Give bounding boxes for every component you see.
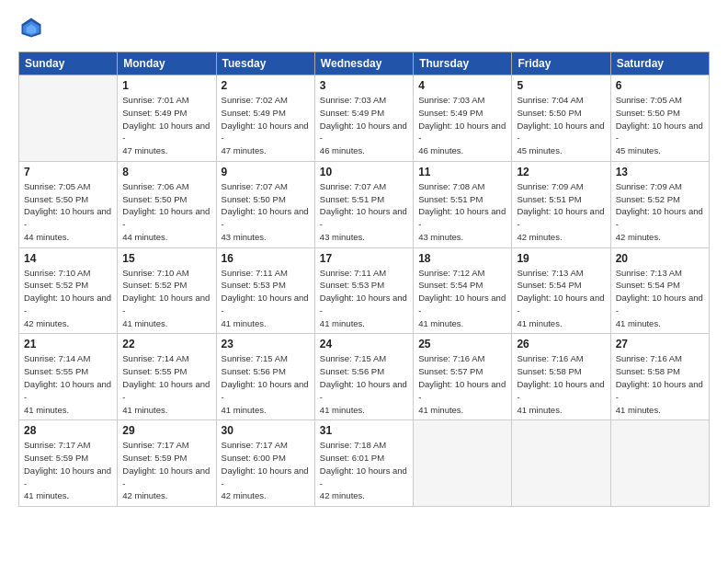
calendar-cell: 14Sunrise: 7:10 AMSunset: 5:52 PMDayligh… bbox=[19, 247, 118, 334]
day-number: 30 bbox=[222, 424, 310, 437]
day-info: Sunrise: 7:09 AMSunset: 5:52 PMDaylight:… bbox=[616, 180, 704, 244]
day-info: Sunrise: 7:16 AMSunset: 5:58 PMDaylight:… bbox=[616, 352, 704, 416]
day-info: Sunrise: 7:10 AMSunset: 5:52 PMDaylight:… bbox=[122, 267, 210, 330]
week-row-1: 1Sunrise: 7:01 AMSunset: 5:49 PMDaylight… bbox=[19, 75, 710, 162]
day-number: 19 bbox=[517, 252, 605, 265]
day-number: 22 bbox=[122, 338, 210, 350]
day-number: 23 bbox=[222, 338, 310, 350]
calendar-cell: 4Sunrise: 7:03 AMSunset: 5:49 PMDaylight… bbox=[414, 75, 512, 162]
day-info: Sunrise: 7:16 AMSunset: 5:57 PMDaylight:… bbox=[418, 352, 506, 416]
day-info: Sunrise: 7:11 AMSunset: 5:53 PMDaylight:… bbox=[222, 267, 310, 330]
day-info: Sunrise: 7:13 AMSunset: 5:54 PMDaylight:… bbox=[517, 267, 605, 330]
calendar-cell: 25Sunrise: 7:16 AMSunset: 5:57 PMDayligh… bbox=[414, 334, 512, 420]
day-info: Sunrise: 7:06 AMSunset: 5:50 PMDaylight:… bbox=[122, 180, 210, 244]
day-number: 27 bbox=[616, 338, 704, 350]
day-number: 21 bbox=[24, 338, 112, 350]
day-number: 12 bbox=[517, 166, 605, 178]
calendar-cell bbox=[610, 420, 709, 507]
weekday-header-saturday: Saturday bbox=[610, 52, 709, 75]
calendar-cell: 5Sunrise: 7:04 AMSunset: 5:50 PMDaylight… bbox=[512, 75, 610, 162]
day-number: 2 bbox=[222, 79, 310, 92]
day-info: Sunrise: 7:16 AMSunset: 5:58 PMDaylight:… bbox=[517, 352, 605, 416]
calendar-cell: 19Sunrise: 7:13 AMSunset: 5:54 PMDayligh… bbox=[512, 247, 610, 334]
calendar-cell bbox=[512, 420, 610, 507]
day-number: 31 bbox=[320, 424, 408, 437]
calendar-cell: 18Sunrise: 7:12 AMSunset: 5:54 PMDayligh… bbox=[414, 247, 512, 334]
day-info: Sunrise: 7:17 AMSunset: 6:00 PMDaylight:… bbox=[222, 439, 310, 502]
day-info: Sunrise: 7:10 AMSunset: 5:52 PMDaylight:… bbox=[24, 267, 112, 330]
calendar-cell: 17Sunrise: 7:11 AMSunset: 5:53 PMDayligh… bbox=[314, 247, 413, 334]
calendar-cell: 8Sunrise: 7:06 AMSunset: 5:50 PMDaylight… bbox=[118, 161, 216, 247]
day-number: 10 bbox=[320, 166, 408, 178]
calendar-cell: 15Sunrise: 7:10 AMSunset: 5:52 PMDayligh… bbox=[118, 247, 216, 334]
day-info: Sunrise: 7:13 AMSunset: 5:54 PMDaylight:… bbox=[616, 267, 704, 330]
weekday-header-monday: Monday bbox=[118, 52, 216, 75]
calendar-cell: 20Sunrise: 7:13 AMSunset: 5:54 PMDayligh… bbox=[610, 247, 709, 334]
calendar-cell: 27Sunrise: 7:16 AMSunset: 5:58 PMDayligh… bbox=[610, 334, 709, 420]
week-row-4: 21Sunrise: 7:14 AMSunset: 5:55 PMDayligh… bbox=[19, 334, 710, 420]
day-info: Sunrise: 7:08 AMSunset: 5:51 PMDaylight:… bbox=[418, 180, 506, 244]
day-number: 29 bbox=[122, 424, 210, 437]
day-info: Sunrise: 7:07 AMSunset: 5:51 PMDaylight:… bbox=[320, 180, 408, 244]
day-info: Sunrise: 7:15 AMSunset: 5:56 PMDaylight:… bbox=[222, 352, 310, 416]
day-number: 24 bbox=[320, 338, 408, 350]
day-info: Sunrise: 7:11 AMSunset: 5:53 PMDaylight:… bbox=[320, 267, 408, 330]
calendar-cell: 11Sunrise: 7:08 AMSunset: 5:51 PMDayligh… bbox=[414, 161, 512, 247]
day-info: Sunrise: 7:18 AMSunset: 6:01 PMDaylight:… bbox=[320, 439, 408, 502]
day-info: Sunrise: 7:07 AMSunset: 5:50 PMDaylight:… bbox=[222, 180, 310, 244]
weekday-header-thursday: Thursday bbox=[414, 52, 512, 75]
weekday-header-sunday: Sunday bbox=[19, 52, 118, 75]
weekday-header-friday: Friday bbox=[512, 52, 610, 75]
calendar-cell: 30Sunrise: 7:17 AMSunset: 6:00 PMDayligh… bbox=[216, 420, 314, 507]
day-info: Sunrise: 7:03 AMSunset: 5:49 PMDaylight:… bbox=[418, 94, 506, 157]
day-info: Sunrise: 7:12 AMSunset: 5:54 PMDaylight:… bbox=[418, 267, 506, 330]
calendar-cell: 23Sunrise: 7:15 AMSunset: 5:56 PMDayligh… bbox=[216, 334, 314, 420]
day-number: 5 bbox=[517, 79, 605, 92]
day-number: 26 bbox=[517, 338, 605, 350]
day-number: 7 bbox=[24, 166, 112, 178]
day-number: 6 bbox=[616, 79, 704, 92]
day-info: Sunrise: 7:14 AMSunset: 5:55 PMDaylight:… bbox=[122, 352, 210, 416]
day-number: 18 bbox=[418, 252, 506, 265]
calendar-cell: 10Sunrise: 7:07 AMSunset: 5:51 PMDayligh… bbox=[314, 161, 413, 247]
day-number: 8 bbox=[122, 166, 210, 178]
day-number: 9 bbox=[222, 166, 310, 178]
weekday-header-tuesday: Tuesday bbox=[216, 52, 314, 75]
day-info: Sunrise: 7:01 AMSunset: 5:49 PMDaylight:… bbox=[122, 94, 210, 157]
header bbox=[18, 15, 710, 40]
day-info: Sunrise: 7:15 AMSunset: 5:56 PMDaylight:… bbox=[320, 352, 408, 416]
calendar-cell: 31Sunrise: 7:18 AMSunset: 6:01 PMDayligh… bbox=[314, 420, 413, 507]
calendar-cell: 21Sunrise: 7:14 AMSunset: 5:55 PMDayligh… bbox=[19, 334, 118, 420]
day-number: 4 bbox=[418, 79, 506, 92]
weekday-header-wednesday: Wednesday bbox=[314, 52, 413, 75]
day-info: Sunrise: 7:17 AMSunset: 5:59 PMDaylight:… bbox=[122, 439, 210, 502]
day-info: Sunrise: 7:05 AMSunset: 5:50 PMDaylight:… bbox=[616, 94, 704, 157]
day-number: 17 bbox=[320, 252, 408, 265]
calendar-cell: 1Sunrise: 7:01 AMSunset: 5:49 PMDaylight… bbox=[118, 75, 216, 162]
calendar-cell: 28Sunrise: 7:17 AMSunset: 5:59 PMDayligh… bbox=[19, 420, 118, 507]
week-row-2: 7Sunrise: 7:05 AMSunset: 5:50 PMDaylight… bbox=[19, 161, 710, 247]
day-number: 16 bbox=[222, 252, 310, 265]
day-number: 11 bbox=[418, 166, 506, 178]
calendar-cell: 3Sunrise: 7:03 AMSunset: 5:49 PMDaylight… bbox=[314, 75, 413, 162]
day-info: Sunrise: 7:04 AMSunset: 5:50 PMDaylight:… bbox=[517, 94, 605, 157]
day-info: Sunrise: 7:02 AMSunset: 5:49 PMDaylight:… bbox=[222, 94, 310, 157]
day-info: Sunrise: 7:09 AMSunset: 5:51 PMDaylight:… bbox=[517, 180, 605, 244]
day-number: 20 bbox=[616, 252, 704, 265]
weekday-header-row: SundayMondayTuesdayWednesdayThursdayFrid… bbox=[19, 52, 710, 75]
day-info: Sunrise: 7:05 AMSunset: 5:50 PMDaylight:… bbox=[24, 180, 112, 244]
calendar-cell bbox=[19, 75, 118, 162]
calendar-cell: 16Sunrise: 7:11 AMSunset: 5:53 PMDayligh… bbox=[216, 247, 314, 334]
calendar-cell: 29Sunrise: 7:17 AMSunset: 5:59 PMDayligh… bbox=[118, 420, 216, 507]
week-row-3: 14Sunrise: 7:10 AMSunset: 5:52 PMDayligh… bbox=[19, 247, 710, 334]
day-number: 14 bbox=[24, 252, 112, 265]
calendar-table: SundayMondayTuesdayWednesdayThursdayFrid… bbox=[18, 52, 710, 507]
day-number: 25 bbox=[418, 338, 506, 350]
day-number: 15 bbox=[122, 252, 210, 265]
calendar-cell: 12Sunrise: 7:09 AMSunset: 5:51 PMDayligh… bbox=[512, 161, 610, 247]
page: SundayMondayTuesdayWednesdayThursdayFrid… bbox=[0, 0, 728, 563]
day-info: Sunrise: 7:14 AMSunset: 5:55 PMDaylight:… bbox=[24, 352, 112, 416]
day-info: Sunrise: 7:03 AMSunset: 5:49 PMDaylight:… bbox=[320, 94, 408, 157]
calendar-cell: 22Sunrise: 7:14 AMSunset: 5:55 PMDayligh… bbox=[118, 334, 216, 420]
calendar-cell: 9Sunrise: 7:07 AMSunset: 5:50 PMDaylight… bbox=[216, 161, 314, 247]
